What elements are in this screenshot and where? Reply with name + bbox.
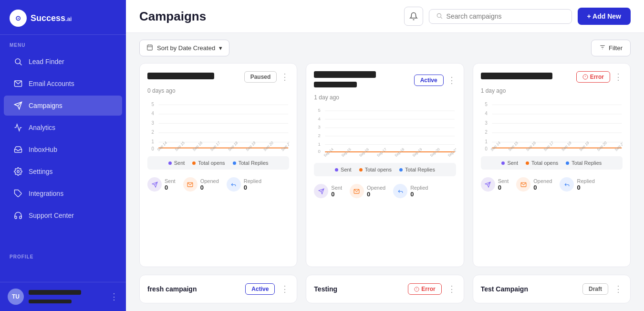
svg-text:Sep 18: Sep 18 [394, 147, 405, 158]
error-icon [582, 74, 588, 80]
card-date: 0 days ago [147, 87, 289, 94]
card-header-3: Error ⋮ [481, 71, 623, 83]
card-title-3 [481, 73, 572, 81]
sidebar-item-settings[interactable]: Settings [4, 161, 122, 182]
sidebar-item-label: Analytics [29, 124, 55, 131]
card-title-2 [314, 71, 410, 89]
legend-opens: Total opens [359, 167, 392, 172]
stat-sent: Sent 0 [147, 177, 176, 192]
card-date: 1 day ago [481, 87, 623, 94]
svg-text:5: 5 [485, 101, 488, 107]
opened-icon [516, 177, 530, 192]
svg-line-1 [20, 63, 21, 65]
sidebar-item-label: Lead Finder [29, 58, 64, 65]
campaign-card-2: Active ⋮ 1 day ago 5 4 3 2 1 0 [306, 63, 464, 267]
sidebar-item-support-center[interactable]: Support Center [4, 205, 122, 225]
svg-text:0: 0 [485, 146, 488, 151]
stat-sent: Sent 0 [481, 177, 509, 192]
chevron-down-icon: ▾ [219, 44, 222, 52]
svg-point-0 [15, 59, 21, 64]
sidebar-item-label: InboxHub [29, 146, 57, 153]
card-menu-dots[interactable]: ⋮ [447, 75, 456, 86]
logo-suffix: .ai [65, 16, 72, 22]
legend-replies: Total Replies [233, 160, 269, 166]
menu-label: MENU [0, 35, 126, 51]
sidebar-item-label: Campaigns [29, 102, 62, 109]
status-badge: Error [576, 71, 610, 83]
notifications-button[interactable] [404, 7, 423, 26]
chart-legend-1: Sent Total opens Total Replies [147, 156, 289, 170]
svg-point-7 [437, 13, 441, 17]
status-badge: Active [245, 283, 275, 295]
svg-line-8 [440, 17, 442, 18]
bottom-card-2[interactable]: Testing Error ⋮ [306, 275, 464, 303]
profile-sub [29, 300, 72, 303]
legend-sent: Sent [168, 160, 185, 166]
bottom-card-title: Testing [314, 285, 402, 293]
svg-text:Sep 16: Sep 16 [359, 147, 370, 158]
add-new-button[interactable]: + Add New [578, 8, 631, 25]
stat-replied: Replied 0 [227, 177, 261, 192]
campaign-title-redacted [481, 73, 552, 79]
stat-replied: Replied 0 [393, 184, 428, 198]
stat-sent-info: Sent 0 [165, 178, 176, 191]
legend-replies: Total Replies [399, 167, 435, 172]
puzzle-icon [13, 189, 23, 198]
sidebar-item-integrations[interactable]: Integrations [4, 183, 122, 204]
svg-text:2: 2 [318, 133, 321, 138]
filter-icon [599, 44, 606, 52]
opened-icon [183, 177, 197, 192]
svg-text:2: 2 [151, 129, 154, 135]
search-input[interactable] [447, 12, 565, 20]
profile-menu-dots[interactable]: ⋮ [110, 291, 118, 302]
card-menu-dots[interactable]: ⋮ [280, 284, 289, 294]
logo-icon: ⊙ [10, 10, 27, 27]
sidebar-item-label: Integrations [29, 190, 63, 197]
legend-sent: Sent [335, 167, 352, 172]
bottom-card-1[interactable]: fresh campaign Active ⋮ [139, 275, 297, 303]
status-badge: Active [414, 75, 444, 86]
stat-opened: Opened 0 [183, 177, 219, 192]
bottom-card-3[interactable]: Test Campaign Draft ⋮ [473, 275, 631, 303]
svg-text:0: 0 [151, 146, 154, 151]
headset-icon [13, 211, 23, 220]
toolbar: Sort by Date Created ▾ Filter [126, 33, 644, 63]
legend-sent-label: Sent [174, 160, 185, 166]
filter-button[interactable]: Filter [591, 40, 631, 56]
sidebar-item-label: Email Accounts [29, 80, 74, 87]
campaigns-grid: Paused ⋮ 0 days ago 5 4 3 2 1 0 [126, 63, 644, 275]
svg-text:5: 5 [151, 101, 154, 107]
chart-icon [13, 123, 23, 132]
chart-legend-2: Sent Total opens Total Replies [314, 163, 456, 176]
replied-icon [227, 177, 241, 192]
card-menu-dots[interactable]: ⋮ [447, 284, 456, 294]
svg-text:Sep 15: Sep 15 [341, 147, 352, 158]
campaign-subtitle-redacted [314, 82, 357, 87]
svg-text:0: 0 [318, 149, 321, 154]
mini-chart-3: 5 4 3 2 1 0 Sep 14 Sep 15 Sep 16 [481, 99, 623, 151]
card-menu-dots[interactable]: ⋮ [614, 284, 623, 294]
gear-icon [13, 167, 23, 176]
sidebar: ⊙ Success.ai MENU Lead Finder Email Acco… [0, 0, 126, 311]
replied-icon [393, 184, 407, 198]
search-box [429, 9, 572, 24]
sort-button[interactable]: Sort by Date Created ▾ [139, 40, 229, 56]
avatar: TU [8, 289, 24, 305]
sidebar-item-inboxhub[interactable]: InboxHub [4, 139, 122, 160]
sidebar-item-lead-finder[interactable]: Lead Finder [4, 52, 122, 72]
sidebar-profile: TU ⋮ [0, 282, 126, 311]
card-menu-dots[interactable]: ⋮ [614, 72, 623, 82]
sidebar-item-campaigns[interactable]: Campaigns [4, 96, 122, 116]
card-menu-dots[interactable]: ⋮ [280, 72, 289, 82]
legend-opens: Total opens [192, 160, 225, 166]
sidebar-item-email-accounts[interactable]: Email Accounts [4, 74, 122, 94]
bottom-card-title: Test Campaign [481, 285, 577, 293]
sidebar-item-analytics[interactable]: Analytics [4, 118, 122, 138]
svg-text:1: 1 [318, 141, 321, 146]
legend-opens-label: Total opens [198, 160, 225, 166]
search-icon [436, 12, 443, 21]
mini-chart-1: 5 4 3 2 1 0 Sep 14 S [147, 99, 289, 151]
logo: ⊙ Success.ai [0, 0, 126, 35]
search-icon [13, 57, 23, 66]
svg-text:Sep 14: Sep 14 [323, 147, 334, 158]
